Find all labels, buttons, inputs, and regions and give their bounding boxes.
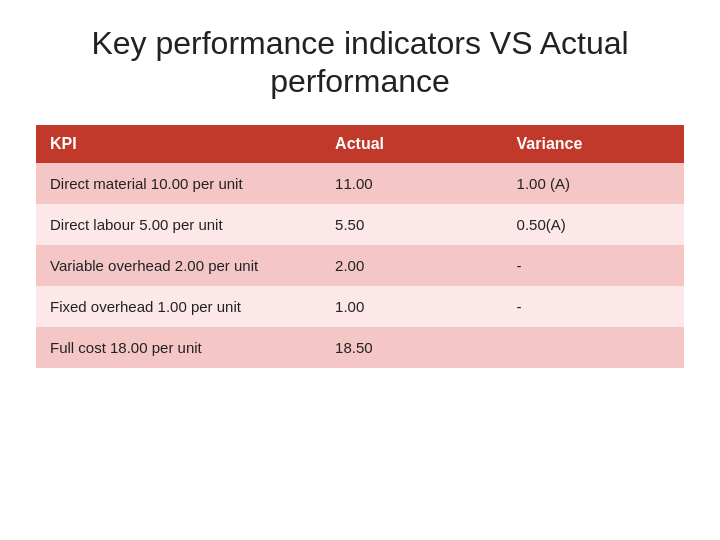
cell-actual: 2.00	[321, 245, 502, 286]
header-variance: Variance	[503, 125, 684, 163]
table-row: Full cost 18.00 per unit18.50	[36, 327, 684, 368]
cell-variance: 0.50(A)	[503, 204, 684, 245]
cell-actual: 18.50	[321, 327, 502, 368]
cell-kpi: Direct labour 5.00 per unit	[36, 204, 321, 245]
table-row: Direct material 10.00 per unit11.001.00 …	[36, 163, 684, 204]
cell-variance	[503, 327, 684, 368]
cell-variance: -	[503, 286, 684, 327]
cell-kpi: Variable overhead 2.00 per unit	[36, 245, 321, 286]
cell-variance: -	[503, 245, 684, 286]
cell-variance: 1.00 (A)	[503, 163, 684, 204]
cell-actual: 1.00	[321, 286, 502, 327]
table-row: Fixed overhead 1.00 per unit1.00-	[36, 286, 684, 327]
table-row: Direct labour 5.00 per unit5.500.50(A)	[36, 204, 684, 245]
cell-kpi: Full cost 18.00 per unit	[36, 327, 321, 368]
page-title: Key performance indicators VS Actual per…	[91, 24, 628, 101]
cell-actual: 11.00	[321, 163, 502, 204]
table-header-row: KPI Actual Variance	[36, 125, 684, 163]
page: Key performance indicators VS Actual per…	[0, 0, 720, 540]
header-kpi: KPI	[36, 125, 321, 163]
kpi-table: KPI Actual Variance Direct material 10.0…	[36, 125, 684, 368]
cell-kpi: Fixed overhead 1.00 per unit	[36, 286, 321, 327]
cell-kpi: Direct material 10.00 per unit	[36, 163, 321, 204]
header-actual: Actual	[321, 125, 502, 163]
table-row: Variable overhead 2.00 per unit2.00-	[36, 245, 684, 286]
cell-actual: 5.50	[321, 204, 502, 245]
